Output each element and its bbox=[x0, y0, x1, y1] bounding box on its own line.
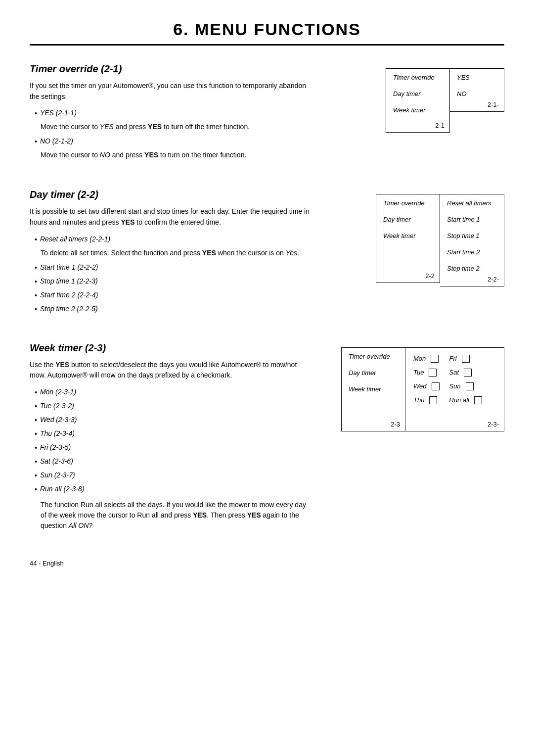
checkbox-runall[interactable] bbox=[474, 396, 482, 404]
bullet-list-timer-override: YES (2-1-1) bbox=[35, 108, 312, 119]
bullet-tue: Tue (2-3-2) bbox=[35, 401, 312, 412]
diagram-week-timer: Timer override Day timer Week timer 2-3 … bbox=[326, 342, 504, 535]
week-pair-tue: Tue bbox=[413, 369, 440, 377]
menu-item-timer-override: Timer override bbox=[393, 74, 443, 81]
bullet-mon: Mon (2-3-1) bbox=[35, 387, 312, 398]
week-pair-thu: Thu bbox=[413, 396, 440, 404]
week-menu-diagram: Timer override Day timer Week timer 2-3 … bbox=[341, 347, 504, 431]
bullet-sun: Sun (2-3-7) bbox=[35, 470, 312, 481]
title-section: 6. MENU FUNCTIONS bbox=[30, 20, 504, 46]
desc-week-timer-2: The function Run all selects all the day… bbox=[41, 500, 312, 531]
bullet-stop2: Stop time 2 (2-2-5) bbox=[35, 304, 312, 315]
submenu-box-2: Reset all timers Start time 1 Stop time … bbox=[440, 194, 504, 286]
menu-item-week-timer: Week timer bbox=[393, 106, 443, 114]
bullet-reset-label: Reset all timers (2-2-1) bbox=[40, 234, 110, 244]
sub-item-yes: YES bbox=[457, 74, 497, 81]
diagram-day-timer: Timer override Day timer Week timer 2-2 … bbox=[326, 189, 504, 317]
section-timer-override: Timer override (2-1) If you set the time… bbox=[30, 63, 504, 164]
sub-start1: Start time 1 bbox=[447, 216, 497, 223]
day-sun: Sun bbox=[449, 382, 461, 390]
menu-box-1: Timer override Day timer Week timer 2-1 bbox=[386, 68, 450, 133]
menu-item-wt-2: Week timer bbox=[383, 232, 433, 239]
submenu-box-1: YES NO 2-1- bbox=[450, 68, 504, 112]
sub-reset: To delete all set times: Select the func… bbox=[41, 248, 312, 258]
menu-item-to-3: Timer override bbox=[349, 353, 398, 360]
week-pair-runall: Run all bbox=[449, 396, 482, 404]
sub-yes: Move the cursor to YES and press YES to … bbox=[41, 122, 312, 132]
bullet-wed: Wed (2-3-3) bbox=[35, 415, 312, 425]
checkbox-thu[interactable] bbox=[429, 396, 437, 404]
section-text-day-timer: Day timer (2-2) It is possible to set tw… bbox=[30, 189, 312, 317]
menu-label-3: 2-3 bbox=[391, 421, 400, 428]
sub-reset-all: Reset all timers bbox=[447, 199, 497, 207]
menu-box-2: Timer override Day timer Week timer 2-2 bbox=[376, 194, 440, 283]
footer-text: 44 - English bbox=[30, 560, 64, 567]
day-fri: Fri bbox=[449, 355, 457, 362]
menu-item-wt-3: Week timer bbox=[349, 385, 398, 393]
menu-diagram-1: Timer override Day timer Week timer 2-1 … bbox=[386, 68, 504, 133]
section-text-timer-override: Timer override (2-1) If you set the time… bbox=[30, 63, 312, 164]
bullet-start2: Start time 2 (2-2-4) bbox=[35, 290, 312, 301]
day-tue: Tue bbox=[413, 369, 424, 376]
week-sub-label: 2-3- bbox=[488, 421, 499, 428]
day-wed: Wed bbox=[413, 382, 427, 390]
desc-day-timer: It is possible to set two different star… bbox=[30, 206, 312, 228]
menu-label-1: 2-1 bbox=[435, 122, 445, 129]
sub-label-2: 2-2- bbox=[488, 276, 499, 283]
week-pair-sat: Sat bbox=[449, 369, 482, 377]
bullet-reset: Reset all timers (2-2-1) bbox=[35, 234, 312, 245]
checkbox-tue[interactable] bbox=[429, 369, 437, 377]
heading-timer-override: Timer override (2-1) bbox=[30, 63, 312, 75]
bullet-yes-2-1-1: YES (2-1-1) bbox=[35, 108, 312, 119]
section-text-week-timer: Week timer (2-3) Use the YES button to s… bbox=[30, 342, 312, 535]
checkbox-fri[interactable] bbox=[462, 355, 470, 363]
sub-no: Move the cursor to NO and press YES to t… bbox=[41, 150, 312, 160]
week-row-mon-fri: Mon Tue Wed bbox=[413, 355, 496, 410]
menu-item-dt-3: Day timer bbox=[349, 369, 398, 377]
page-title: 6. MENU FUNCTIONS bbox=[30, 20, 504, 39]
day-mon: Mon bbox=[413, 355, 426, 362]
bullet-list-no: NO (2-1-2) bbox=[35, 136, 312, 147]
bullet-no-2-1-2: NO (2-1-2) bbox=[35, 136, 312, 147]
footer: 44 - English bbox=[30, 560, 504, 567]
bullet-list-times: Start time 1 (2-2-2) Stop time 1 (2-2-3)… bbox=[35, 262, 312, 315]
menu-item-dt-2: Day timer bbox=[383, 216, 433, 223]
heading-week-timer: Week timer (2-3) bbox=[30, 342, 312, 354]
week-pair-fri: Fri bbox=[449, 355, 482, 363]
bullet-thu: Thu (2-3-4) bbox=[35, 428, 312, 439]
page: 6. MENU FUNCTIONS Timer override (2-1) I… bbox=[0, 0, 534, 597]
bullet-list-day-timer: Reset all timers (2-2-1) bbox=[35, 234, 312, 245]
bullet-fri: Fri (2-3-5) bbox=[35, 442, 312, 453]
bullet-start1: Start time 1 (2-2-2) bbox=[35, 262, 312, 273]
diagram-timer-override: Timer override Day timer Week timer 2-1 … bbox=[326, 63, 504, 164]
day-runall: Run all bbox=[449, 396, 469, 404]
menu-item-day-timer: Day timer bbox=[393, 90, 443, 97]
menu-box-3: Timer override Day timer Week timer 2-3 bbox=[341, 347, 405, 431]
bullet-runall: Run all (2-3-8) bbox=[35, 484, 312, 495]
week-submenu-box: Mon Tue Wed bbox=[405, 347, 504, 431]
week-pair-mon: Mon bbox=[413, 355, 440, 363]
week-pair-wed: Wed bbox=[413, 382, 440, 390]
sub-stop2: Stop time 2 bbox=[447, 265, 497, 272]
checkbox-wed[interactable] bbox=[432, 382, 440, 390]
week-col-right: Fri Sat Sun bbox=[449, 355, 482, 410]
sub-stop1: Stop time 1 bbox=[447, 232, 497, 239]
bullet-list-week: Mon (2-3-1) Tue (2-3-2) Wed (2-3-3) Thu … bbox=[35, 387, 312, 495]
bullet-sat: Sat (2-3-6) bbox=[35, 456, 312, 467]
desc-timer-override: If you set the timer on your Automower®,… bbox=[30, 81, 312, 102]
bullet-yes-label: YES (2-1-1) bbox=[40, 108, 77, 118]
sub-label-1: 2-1- bbox=[488, 101, 499, 108]
bullet-stop1: Stop time 1 (2-2-3) bbox=[35, 276, 312, 287]
sub-start2: Start time 2 bbox=[447, 248, 497, 256]
desc-week-timer-1: Use the YES button to select/deselect th… bbox=[30, 360, 312, 381]
menu-item-to-2: Timer override bbox=[383, 199, 433, 207]
menu-diagram-2: Timer override Day timer Week timer 2-2 … bbox=[376, 194, 504, 286]
checkbox-mon[interactable] bbox=[431, 355, 439, 363]
week-pair-sun: Sun bbox=[449, 382, 482, 390]
checkbox-sun[interactable] bbox=[466, 382, 474, 390]
section-week-timer: Week timer (2-3) Use the YES button to s… bbox=[30, 342, 504, 535]
week-col-left: Mon Tue Wed bbox=[413, 355, 440, 410]
checkbox-sat[interactable] bbox=[464, 369, 472, 377]
day-sat: Sat bbox=[449, 369, 459, 376]
sub-item-no: NO bbox=[457, 90, 497, 97]
